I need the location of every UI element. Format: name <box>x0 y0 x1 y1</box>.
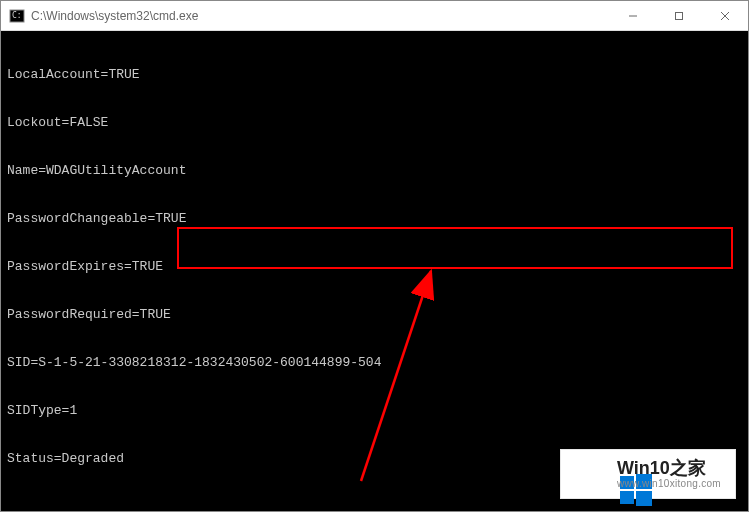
window-controls <box>610 1 748 30</box>
output-line: SID=S-1-5-21-3308218312-1832430502-60014… <box>7 355 742 371</box>
windows-logo-icon <box>571 456 607 492</box>
output-line: Name=WDAGUtilityAccount <box>7 163 742 179</box>
output-line: Lockout=FALSE <box>7 115 742 131</box>
terminal-area[interactable]: LocalAccount=TRUE Lockout=FALSE Name=WDA… <box>1 31 748 511</box>
watermark-url: www.win10xitong.com <box>617 478 721 489</box>
maximize-button[interactable] <box>656 1 702 30</box>
window-titlebar: C: C:\Windows\system32\cmd.exe <box>1 1 748 31</box>
window-title: C:\Windows\system32\cmd.exe <box>31 9 610 23</box>
output-line: PasswordRequired=TRUE <box>7 307 742 323</box>
svg-text:C:: C: <box>12 11 22 20</box>
svg-line-7 <box>361 271 431 481</box>
svg-rect-10 <box>620 491 634 504</box>
output-line: LocalAccount=TRUE <box>7 67 742 83</box>
output-line: PasswordExpires=TRUE <box>7 259 742 275</box>
watermark: Win10之家 www.win10xitong.com <box>560 449 736 499</box>
output-line: PasswordChangeable=TRUE <box>7 211 742 227</box>
cmd-icon: C: <box>9 8 25 24</box>
output-line: SIDType=1 <box>7 403 742 419</box>
minimize-button[interactable] <box>610 1 656 30</box>
watermark-title: Win10之家 <box>617 459 721 479</box>
close-button[interactable] <box>702 1 748 30</box>
svg-rect-11 <box>636 491 652 506</box>
svg-rect-3 <box>676 12 683 19</box>
